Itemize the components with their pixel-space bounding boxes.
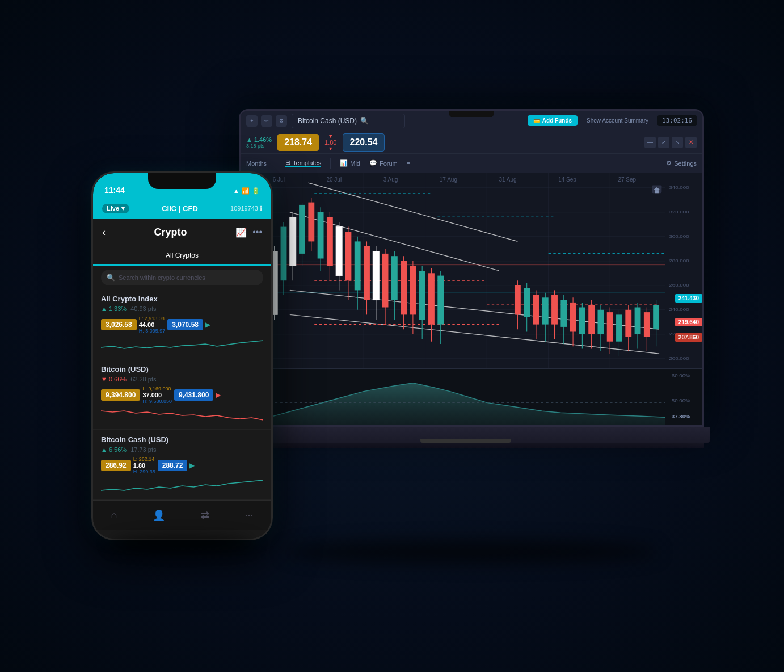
svg-rect-59 — [419, 271, 425, 320]
svg-rect-73 — [551, 295, 558, 325]
instrument-name-2: Bitcoin Cash (USD) — [101, 435, 263, 444]
nav-more[interactable]: ··· — [245, 509, 254, 521]
svg-rect-61 — [428, 273, 435, 324]
chart-toolbar: Months ⊞ Templates 📊 Mid — [241, 154, 702, 173]
svg-rect-47 — [364, 246, 370, 300]
svg-rect-65 — [515, 285, 521, 315]
instrument-name-0: All Crypto Index — [101, 295, 263, 303]
svg-text:260.000: 260.000 — [669, 283, 689, 288]
mid-icon: 📊 — [340, 159, 348, 167]
sell-price[interactable]: 218.74 — [277, 134, 319, 151]
price-arrow-up-2: ▶ — [189, 461, 195, 469]
chart-area[interactable]: 6 Jul 20 Jul 3 Aug 17 Aug 31 Aug 14 Sep … — [241, 173, 702, 368]
date-31aug: 31 Aug — [499, 177, 517, 183]
svg-text:240.000: 240.000 — [669, 307, 689, 312]
volume-chart: 60.00% 50.00% 37.80% — [241, 369, 702, 425]
svg-rect-98 — [655, 190, 659, 193]
search-placeholder: Search within crypto currencies — [119, 274, 205, 281]
forum-button[interactable]: 💬 Forum — [369, 159, 398, 167]
price-change-pts: 3.18 pts — [246, 143, 264, 149]
live-dropdown-icon: ▾ — [121, 205, 125, 212]
buy-price-2: 288.72 — [158, 460, 188, 471]
svg-text:300.000: 300.000 — [669, 234, 689, 239]
nav-profile[interactable]: 👤 — [153, 509, 165, 522]
instrument-all-crypto[interactable]: All Crypto Index ▲ 1.33% 40.93 pts 3,026… — [93, 289, 271, 359]
date-20jul: 20 Jul — [326, 177, 342, 183]
instrument-change-0: ▲ 1.33% 40.93 pts — [101, 305, 263, 312]
page-title: Crypto — [154, 226, 187, 238]
nav-home[interactable]: ⌂ — [111, 509, 117, 521]
buy-price-1: 9,431.800 — [174, 389, 213, 401]
date-6jul: 6 Jul — [273, 177, 285, 183]
search-bar[interactable]: 🔍 Search within crypto currencies — [101, 270, 263, 285]
price-marker-219: 219.640 — [675, 318, 702, 326]
laptop-base — [222, 427, 710, 443]
sparkline-1 — [101, 406, 263, 423]
sell-price-2[interactable]: 286.92 — [101, 460, 131, 471]
minimize-button[interactable]: — — [644, 137, 656, 148]
mid-button[interactable]: 📊 Mid — [340, 159, 360, 167]
instrument-prices-0: 3,026.58 L: 2,913.08 44.00 H: 3,095.97 3… — [101, 316, 263, 334]
sparkline-2 — [101, 477, 263, 494]
close-button[interactable]: ✕ — [685, 137, 697, 148]
svg-rect-89 — [625, 310, 631, 337]
templates-icon: ⊞ — [285, 159, 290, 166]
instrument-prices-1: 9,394.800 L: 9,169.000 37.000 H: 9,580.8… — [101, 386, 263, 404]
list-view-button[interactable]: ≡ — [407, 160, 410, 167]
fullscreen-button[interactable]: ⤡ — [672, 137, 683, 148]
nav-back-icon[interactable]: + — [246, 115, 258, 127]
phone-live-bar: Live ▾ CIIC | CFD 10919743 ℹ — [93, 198, 271, 219]
nav-trade[interactable]: ⇄ — [201, 509, 209, 522]
instrument-selector[interactable]: Bitcoin Cash (USD) 🔍 — [292, 114, 405, 128]
spread-arrow: ▼ — [328, 133, 333, 139]
add-funds-button[interactable]: 💳 Add Funds — [528, 115, 578, 126]
months-button[interactable]: Months — [246, 160, 267, 167]
search-icon: 🔍 — [360, 117, 369, 125]
chart-icon[interactable]: 📈 — [235, 227, 247, 238]
svg-rect-57 — [410, 266, 416, 314]
phone: 11:44 ▲ 📶 🔋 Live ▾ CIIC | CFD 109 — [91, 171, 273, 540]
date-14sep: 14 Sep — [558, 177, 576, 183]
sparkline-0 — [101, 336, 263, 353]
sell-price-1[interactable]: 9,394.800 — [101, 389, 140, 401]
signal-icon: 📶 — [242, 187, 250, 195]
nav-settings-icon[interactable]: ⚙ — [276, 115, 287, 127]
instrument-prices-2: 286.92 L: 262.14 1.80 H: 299.35 288.72 ▶ — [101, 456, 263, 474]
broker-name: CIIC | CFD — [162, 204, 198, 213]
more-icon[interactable]: ••• — [252, 227, 262, 238]
instrument-bitcoin[interactable]: Bitcoin (USD) ▼ 0.66% 62.28 pts 9,394.80… — [93, 359, 271, 430]
svg-rect-31 — [290, 217, 296, 266]
price-change: ▲ 1.46% 3.18 pts — [246, 136, 272, 149]
svg-rect-39 — [327, 217, 333, 266]
svg-rect-35 — [308, 203, 314, 242]
expand-button[interactable]: ⤢ — [658, 137, 669, 148]
templates-button[interactable]: ⊞ Templates — [285, 159, 321, 167]
buy-price-0: 3,070.58 — [167, 319, 203, 330]
nav-edit-icon[interactable]: ✏ — [261, 115, 272, 127]
settings-icon: ⚙ — [666, 159, 672, 167]
live-badge[interactable]: Live ▾ — [102, 204, 129, 213]
buy-price[interactable]: 220.54 — [343, 133, 385, 152]
date-17aug: 17 Aug — [440, 177, 457, 183]
phone-notch — [148, 173, 216, 189]
svg-rect-75 — [560, 300, 567, 327]
back-button[interactable]: ‹ — [102, 226, 106, 238]
svg-rect-81 — [588, 305, 595, 334]
laptop-screen: + ✏ ⚙ Bitcoin Cash (USD) 🔍 💳 Add Funds — [241, 111, 702, 425]
svg-rect-51 — [382, 254, 389, 308]
instrument-bitcoin-cash[interactable]: Bitcoin Cash (USD) ▲ 6.56% 17.73 pts 286… — [93, 430, 271, 500]
show-account-button[interactable]: Show Account Summary — [582, 115, 653, 126]
date-3aug: 3 Aug — [383, 177, 398, 183]
tab-all-cryptos[interactable]: All Cryptos — [93, 246, 271, 266]
date-27sep: 27 Sep — [618, 177, 636, 183]
svg-rect-77 — [570, 303, 576, 332]
sell-price-0[interactable]: 3,026.58 — [101, 319, 137, 330]
svg-rect-91 — [635, 308, 641, 334]
svg-rect-63 — [437, 276, 444, 325]
svg-rect-41 — [336, 227, 342, 276]
time-display: 13:02:16 — [657, 115, 697, 126]
settings-button[interactable]: ⚙ Settings — [666, 159, 697, 167]
svg-rect-71 — [542, 297, 549, 324]
more-nav-icon: ··· — [245, 509, 254, 521]
info-icon[interactable]: ℹ — [260, 205, 262, 212]
